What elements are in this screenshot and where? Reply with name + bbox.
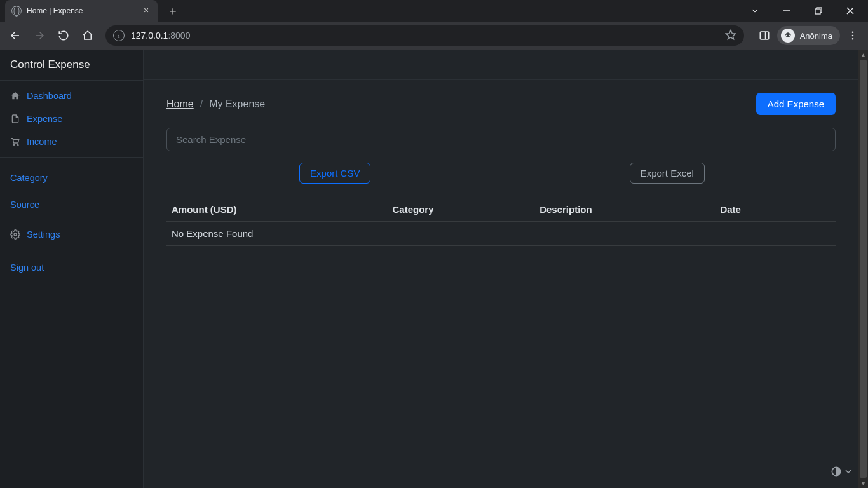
export-row: Export CSV Export Excel	[166, 163, 836, 184]
globe-icon	[11, 6, 22, 16]
breadcrumb-sep: /	[200, 98, 203, 110]
scroll-up-icon[interactable]: ▲	[860, 50, 867, 60]
sidebar-item-label: Dashboard	[27, 91, 72, 101]
tab-title: Home | Expense	[27, 6, 136, 15]
breadcrumb: Home / My Expense	[166, 98, 265, 110]
address-bar[interactable]: i 127.0.0.1:8000	[105, 25, 744, 46]
search-input[interactable]	[166, 128, 836, 151]
col-amount: Amount (USD)	[166, 198, 387, 222]
sidebar-item-category[interactable]: Category	[0, 161, 143, 188]
back-button[interactable]	[5, 25, 25, 46]
sidebar-item-label: Expense	[27, 114, 62, 124]
url-text: 127.0.0.1:8000	[131, 30, 190, 41]
profile-label: Anônima	[800, 31, 832, 41]
svg-point-12	[852, 38, 854, 40]
window-controls	[741, 0, 868, 22]
empty-state: No Expense Found	[166, 222, 836, 246]
profile-chip[interactable]: Anônima	[777, 26, 840, 45]
col-description: Description	[534, 198, 715, 222]
cart-icon	[10, 137, 20, 147]
content-topbar	[144, 50, 858, 80]
sidebar-item-dashboard[interactable]: Dashboard	[0, 85, 143, 107]
side-panel-button[interactable]	[754, 25, 775, 46]
scroll-track[interactable]	[858, 60, 868, 478]
svg-point-14	[17, 144, 18, 146]
gear-icon	[10, 229, 20, 240]
svg-rect-8	[760, 32, 769, 39]
tab-search-button[interactable]	[741, 1, 769, 20]
svg-point-15	[14, 233, 17, 236]
browser-chrome: Home | Expense × ＋	[0, 0, 868, 50]
app-brand[interactable]: Control Expense	[0, 50, 143, 81]
browser-toolbar: i 127.0.0.1:8000 Anônima	[0, 22, 868, 50]
breadcrumb-home[interactable]: Home	[166, 98, 194, 110]
app-root: Control Expense Dashboard Expense Income	[0, 50, 868, 488]
col-date: Date	[715, 198, 836, 222]
theme-toggle[interactable]	[830, 465, 851, 478]
col-category: Category	[387, 198, 534, 222]
maximize-button[interactable]	[804, 1, 832, 20]
bookmark-icon[interactable]	[725, 29, 736, 43]
table-row: No Expense Found	[166, 222, 836, 246]
sidebar-nav-group: Dashboard Expense Income	[0, 81, 143, 158]
sidebar-item-source[interactable]: Source	[0, 188, 143, 215]
breadcrumb-current: My Expense	[209, 98, 265, 110]
sidebar-item-expense[interactable]: Expense	[0, 107, 143, 130]
window-close-button[interactable]	[836, 1, 864, 20]
close-icon[interactable]: ×	[141, 6, 151, 16]
browser-tab[interactable]: Home | Expense ×	[5, 0, 158, 22]
minimize-button[interactable]	[773, 1, 801, 20]
svg-rect-2	[815, 9, 820, 14]
incognito-icon	[781, 29, 795, 43]
export-csv-button[interactable]: Export CSV	[299, 163, 370, 184]
expense-table: Amount (USD) Category Description Date N…	[166, 198, 836, 246]
sidebar: Control Expense Dashboard Expense Income	[0, 50, 144, 488]
export-excel-button[interactable]: Export Excel	[630, 163, 705, 184]
sidebar-cat-group: Category Source	[0, 158, 143, 219]
table-header-row: Amount (USD) Category Description Date	[166, 198, 836, 222]
new-tab-button[interactable]: ＋	[164, 2, 182, 20]
kebab-menu-button[interactable]	[843, 25, 863, 46]
sidebar-item-label: Income	[27, 137, 57, 147]
svg-marker-7	[726, 30, 735, 39]
sidebar-item-signout[interactable]: Sign out	[0, 246, 143, 278]
tab-strip: Home | Expense × ＋	[0, 0, 868, 22]
scroll-thumb[interactable]	[860, 60, 867, 478]
sidebar-item-settings[interactable]: Settings	[0, 223, 143, 246]
sidebar-item-label: Settings	[27, 229, 60, 240]
scroll-down-icon[interactable]: ▼	[860, 478, 867, 488]
forward-button[interactable]	[29, 25, 50, 46]
file-icon	[10, 114, 20, 124]
chevron-down-icon	[845, 468, 851, 475]
page-header: Home / My Expense Add Expense	[166, 93, 836, 115]
sidebar-item-income[interactable]: Income	[0, 130, 143, 153]
svg-point-13	[13, 144, 15, 146]
home-button[interactable]	[78, 25, 98, 46]
site-info-icon[interactable]: i	[113, 30, 125, 41]
half-circle-icon	[830, 465, 843, 478]
sidebar-bottom-group: Settings Sign out	[0, 219, 143, 281]
reload-button[interactable]	[53, 25, 74, 46]
main-area: Home / My Expense Add Expense Export CSV…	[144, 50, 858, 488]
add-expense-button[interactable]: Add Expense	[756, 93, 836, 115]
svg-point-11	[852, 35, 854, 37]
content: Home / My Expense Add Expense Export CSV…	[144, 80, 858, 259]
vertical-scrollbar[interactable]: ▲ ▼	[858, 50, 868, 488]
svg-point-10	[852, 31, 854, 33]
house-icon	[10, 91, 20, 101]
